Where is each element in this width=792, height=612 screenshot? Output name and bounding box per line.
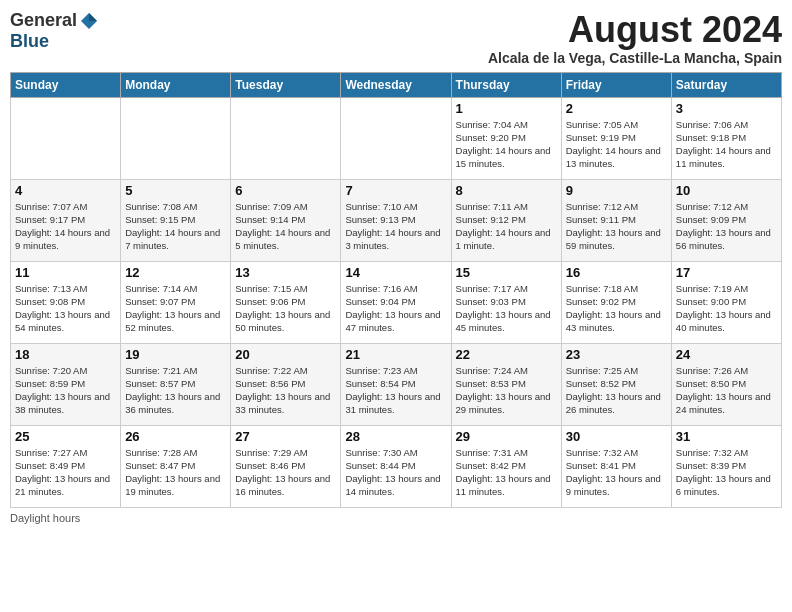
day-number: 8: [456, 183, 557, 198]
calendar-cell: 5Sunrise: 7:08 AM Sunset: 9:15 PM Daylig…: [121, 179, 231, 261]
location-subtitle: Alcala de la Vega, Castille-La Mancha, S…: [488, 50, 782, 66]
cell-info: Sunrise: 7:26 AM Sunset: 8:50 PM Dayligh…: [676, 364, 777, 417]
day-number: 28: [345, 429, 446, 444]
day-number: 3: [676, 101, 777, 116]
cell-info: Sunrise: 7:30 AM Sunset: 8:44 PM Dayligh…: [345, 446, 446, 499]
month-title: August 2024: [488, 10, 782, 50]
day-number: 31: [676, 429, 777, 444]
calendar-cell: 6Sunrise: 7:09 AM Sunset: 9:14 PM Daylig…: [231, 179, 341, 261]
calendar-cell: 27Sunrise: 7:29 AM Sunset: 8:46 PM Dayli…: [231, 425, 341, 507]
calendar-cell: 15Sunrise: 7:17 AM Sunset: 9:03 PM Dayli…: [451, 261, 561, 343]
cell-info: Sunrise: 7:31 AM Sunset: 8:42 PM Dayligh…: [456, 446, 557, 499]
calendar-cell: [11, 97, 121, 179]
cell-info: Sunrise: 7:32 AM Sunset: 8:39 PM Dayligh…: [676, 446, 777, 499]
calendar-cell: 14Sunrise: 7:16 AM Sunset: 9:04 PM Dayli…: [341, 261, 451, 343]
day-number: 9: [566, 183, 667, 198]
calendar-cell: 2Sunrise: 7:05 AM Sunset: 9:19 PM Daylig…: [561, 97, 671, 179]
cell-info: Sunrise: 7:29 AM Sunset: 8:46 PM Dayligh…: [235, 446, 336, 499]
calendar-cell: 10Sunrise: 7:12 AM Sunset: 9:09 PM Dayli…: [671, 179, 781, 261]
cell-info: Sunrise: 7:09 AM Sunset: 9:14 PM Dayligh…: [235, 200, 336, 253]
column-header-friday: Friday: [561, 72, 671, 97]
calendar-cell: 12Sunrise: 7:14 AM Sunset: 9:07 PM Dayli…: [121, 261, 231, 343]
cell-info: Sunrise: 7:12 AM Sunset: 9:11 PM Dayligh…: [566, 200, 667, 253]
day-number: 29: [456, 429, 557, 444]
title-block: August 2024 Alcala de la Vega, Castille-…: [488, 10, 782, 66]
calendar-cell: 20Sunrise: 7:22 AM Sunset: 8:56 PM Dayli…: [231, 343, 341, 425]
day-number: 18: [15, 347, 116, 362]
cell-info: Sunrise: 7:07 AM Sunset: 9:17 PM Dayligh…: [15, 200, 116, 253]
day-number: 2: [566, 101, 667, 116]
cell-info: Sunrise: 7:22 AM Sunset: 8:56 PM Dayligh…: [235, 364, 336, 417]
cell-info: Sunrise: 7:11 AM Sunset: 9:12 PM Dayligh…: [456, 200, 557, 253]
calendar-cell: 9Sunrise: 7:12 AM Sunset: 9:11 PM Daylig…: [561, 179, 671, 261]
calendar-cell: 7Sunrise: 7:10 AM Sunset: 9:13 PM Daylig…: [341, 179, 451, 261]
day-number: 13: [235, 265, 336, 280]
cell-info: Sunrise: 7:21 AM Sunset: 8:57 PM Dayligh…: [125, 364, 226, 417]
day-number: 30: [566, 429, 667, 444]
day-number: 4: [15, 183, 116, 198]
cell-info: Sunrise: 7:08 AM Sunset: 9:15 PM Dayligh…: [125, 200, 226, 253]
calendar-cell: [121, 97, 231, 179]
calendar-table: SundayMondayTuesdayWednesdayThursdayFrid…: [10, 72, 782, 508]
cell-info: Sunrise: 7:04 AM Sunset: 9:20 PM Dayligh…: [456, 118, 557, 171]
footer-note: Daylight hours: [10, 512, 782, 524]
day-number: 16: [566, 265, 667, 280]
day-number: 24: [676, 347, 777, 362]
calendar-week-row: 25Sunrise: 7:27 AM Sunset: 8:49 PM Dayli…: [11, 425, 782, 507]
cell-info: Sunrise: 7:12 AM Sunset: 9:09 PM Dayligh…: [676, 200, 777, 253]
calendar-cell: 17Sunrise: 7:19 AM Sunset: 9:00 PM Dayli…: [671, 261, 781, 343]
column-header-thursday: Thursday: [451, 72, 561, 97]
day-number: 17: [676, 265, 777, 280]
calendar-cell: 4Sunrise: 7:07 AM Sunset: 9:17 PM Daylig…: [11, 179, 121, 261]
calendar-cell: 23Sunrise: 7:25 AM Sunset: 8:52 PM Dayli…: [561, 343, 671, 425]
calendar-week-row: 11Sunrise: 7:13 AM Sunset: 9:08 PM Dayli…: [11, 261, 782, 343]
page-header: General Blue August 2024 Alcala de la Ve…: [10, 10, 782, 66]
cell-info: Sunrise: 7:24 AM Sunset: 8:53 PM Dayligh…: [456, 364, 557, 417]
cell-info: Sunrise: 7:19 AM Sunset: 9:00 PM Dayligh…: [676, 282, 777, 335]
cell-info: Sunrise: 7:14 AM Sunset: 9:07 PM Dayligh…: [125, 282, 226, 335]
day-number: 22: [456, 347, 557, 362]
cell-info: Sunrise: 7:32 AM Sunset: 8:41 PM Dayligh…: [566, 446, 667, 499]
column-header-tuesday: Tuesday: [231, 72, 341, 97]
calendar-cell: 29Sunrise: 7:31 AM Sunset: 8:42 PM Dayli…: [451, 425, 561, 507]
day-number: 11: [15, 265, 116, 280]
calendar-cell: 3Sunrise: 7:06 AM Sunset: 9:18 PM Daylig…: [671, 97, 781, 179]
cell-info: Sunrise: 7:23 AM Sunset: 8:54 PM Dayligh…: [345, 364, 446, 417]
day-number: 5: [125, 183, 226, 198]
calendar-header-row: SundayMondayTuesdayWednesdayThursdayFrid…: [11, 72, 782, 97]
day-number: 12: [125, 265, 226, 280]
logo-general-text: General: [10, 10, 77, 31]
calendar-cell: 21Sunrise: 7:23 AM Sunset: 8:54 PM Dayli…: [341, 343, 451, 425]
day-number: 1: [456, 101, 557, 116]
calendar-cell: 8Sunrise: 7:11 AM Sunset: 9:12 PM Daylig…: [451, 179, 561, 261]
column-header-saturday: Saturday: [671, 72, 781, 97]
calendar-cell: 1Sunrise: 7:04 AM Sunset: 9:20 PM Daylig…: [451, 97, 561, 179]
cell-info: Sunrise: 7:10 AM Sunset: 9:13 PM Dayligh…: [345, 200, 446, 253]
day-number: 25: [15, 429, 116, 444]
calendar-cell: [341, 97, 451, 179]
calendar-cell: 13Sunrise: 7:15 AM Sunset: 9:06 PM Dayli…: [231, 261, 341, 343]
calendar-cell: 31Sunrise: 7:32 AM Sunset: 8:39 PM Dayli…: [671, 425, 781, 507]
logo: General Blue: [10, 10, 99, 52]
calendar-cell: 30Sunrise: 7:32 AM Sunset: 8:41 PM Dayli…: [561, 425, 671, 507]
calendar-week-row: 4Sunrise: 7:07 AM Sunset: 9:17 PM Daylig…: [11, 179, 782, 261]
day-number: 15: [456, 265, 557, 280]
day-number: 19: [125, 347, 226, 362]
column-header-sunday: Sunday: [11, 72, 121, 97]
calendar-cell: 26Sunrise: 7:28 AM Sunset: 8:47 PM Dayli…: [121, 425, 231, 507]
logo-icon: [79, 11, 99, 31]
cell-info: Sunrise: 7:27 AM Sunset: 8:49 PM Dayligh…: [15, 446, 116, 499]
calendar-cell: 18Sunrise: 7:20 AM Sunset: 8:59 PM Dayli…: [11, 343, 121, 425]
calendar-cell: 19Sunrise: 7:21 AM Sunset: 8:57 PM Dayli…: [121, 343, 231, 425]
day-number: 23: [566, 347, 667, 362]
calendar-cell: 25Sunrise: 7:27 AM Sunset: 8:49 PM Dayli…: [11, 425, 121, 507]
cell-info: Sunrise: 7:16 AM Sunset: 9:04 PM Dayligh…: [345, 282, 446, 335]
cell-info: Sunrise: 7:17 AM Sunset: 9:03 PM Dayligh…: [456, 282, 557, 335]
day-number: 27: [235, 429, 336, 444]
cell-info: Sunrise: 7:28 AM Sunset: 8:47 PM Dayligh…: [125, 446, 226, 499]
day-number: 6: [235, 183, 336, 198]
cell-info: Sunrise: 7:25 AM Sunset: 8:52 PM Dayligh…: [566, 364, 667, 417]
cell-info: Sunrise: 7:18 AM Sunset: 9:02 PM Dayligh…: [566, 282, 667, 335]
day-number: 26: [125, 429, 226, 444]
column-header-monday: Monday: [121, 72, 231, 97]
